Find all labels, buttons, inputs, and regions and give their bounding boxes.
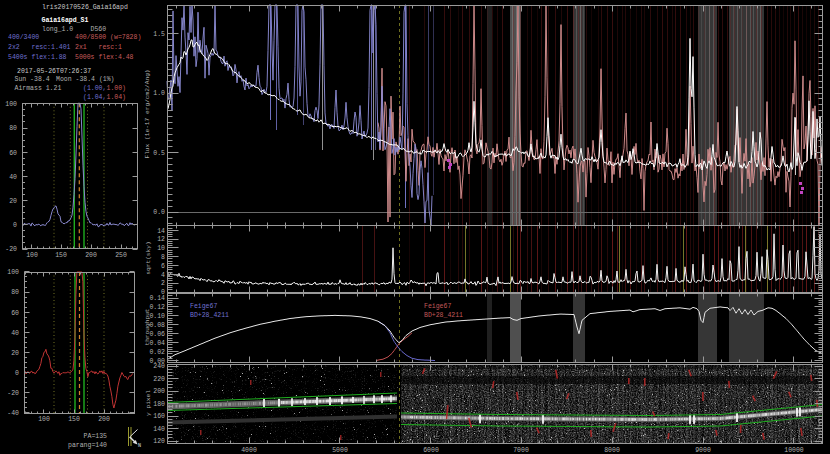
svg-text:4000: 4000 bbox=[241, 447, 257, 454]
svg-text:throughput: throughput bbox=[144, 308, 151, 345]
svg-text:0.14: 0.14 bbox=[149, 295, 165, 302]
svg-text:10000: 10000 bbox=[784, 447, 804, 454]
svg-text:100: 100 bbox=[38, 416, 50, 423]
svg-text:200: 200 bbox=[85, 252, 97, 259]
svg-text:220: 220 bbox=[153, 376, 165, 383]
svg-text:long_1.0: long_1.0 bbox=[42, 26, 73, 33]
svg-text:2x2: 2x2 bbox=[8, 44, 20, 51]
svg-text:6: 6 bbox=[161, 263, 165, 270]
svg-text:0.02: 0.02 bbox=[149, 349, 165, 356]
svg-text:400/3400: 400/3400 bbox=[8, 34, 39, 41]
svg-text:200: 200 bbox=[98, 416, 110, 423]
svg-text:Sun -38.4: Sun -38.4 bbox=[15, 76, 50, 83]
svg-text:60: 60 bbox=[9, 150, 17, 157]
svg-text:5000: 5000 bbox=[332, 447, 348, 454]
svg-text:80: 80 bbox=[11, 289, 19, 296]
svg-text:2017-05-26T07:26:37: 2017-05-26T07:26:37 bbox=[17, 68, 91, 75]
svg-text:100: 100 bbox=[7, 269, 19, 276]
svg-text:PA=135: PA=135 bbox=[84, 433, 108, 440]
svg-text:4: 4 bbox=[161, 272, 165, 279]
svg-text:0.10: 0.10 bbox=[149, 313, 165, 320]
svg-text:Airmass 1.21: Airmass 1.21 bbox=[15, 85, 62, 92]
svg-text:-40: -40 bbox=[7, 410, 19, 417]
svg-text:60: 60 bbox=[11, 310, 19, 317]
svg-text:y pixel: y pixel bbox=[145, 390, 152, 416]
svg-text:80: 80 bbox=[9, 125, 17, 132]
svg-text:40: 40 bbox=[9, 174, 17, 181]
svg-text:BD+28_4211: BD+28_4211 bbox=[424, 312, 463, 319]
svg-text:1.04): 1.04) bbox=[107, 94, 127, 101]
svg-text:140: 140 bbox=[153, 426, 165, 433]
svg-text:160: 160 bbox=[153, 413, 165, 420]
svg-text:D560: D560 bbox=[91, 26, 107, 33]
svg-text:1.0: 1.0 bbox=[153, 90, 165, 97]
svg-text:0.04: 0.04 bbox=[149, 340, 165, 347]
svg-text:0.06: 0.06 bbox=[149, 331, 165, 338]
svg-text:100: 100 bbox=[5, 101, 17, 108]
svg-text:BD+28_4211: BD+28_4211 bbox=[190, 312, 229, 319]
svg-text:12: 12 bbox=[157, 236, 165, 243]
svg-text:(1.04,: (1.04, bbox=[83, 94, 106, 101]
svg-text:lris20170526_Gaia16apd: lris20170526_Gaia16apd bbox=[42, 4, 128, 11]
svg-text:20: 20 bbox=[11, 350, 19, 357]
svg-text:6000: 6000 bbox=[423, 447, 439, 454]
svg-text:1.5: 1.5 bbox=[153, 31, 165, 38]
svg-text:10: 10 bbox=[157, 245, 165, 252]
svg-text:resc:1: resc:1 bbox=[99, 44, 123, 51]
svg-text:150: 150 bbox=[55, 252, 67, 259]
svg-text:240: 240 bbox=[153, 363, 165, 370]
svg-text:1.00): 1.00) bbox=[107, 85, 127, 92]
svg-text:200: 200 bbox=[153, 388, 165, 395]
svg-text:250: 250 bbox=[115, 252, 127, 259]
svg-text:0: 0 bbox=[15, 370, 19, 377]
svg-text:150: 150 bbox=[68, 416, 80, 423]
svg-text:2x1: 2x1 bbox=[75, 44, 87, 51]
svg-text:Feige67: Feige67 bbox=[424, 303, 451, 310]
svg-text:180: 180 bbox=[153, 401, 165, 408]
svg-text:20: 20 bbox=[9, 198, 17, 205]
svg-text:5400s flex:1.88: 5400s flex:1.88 bbox=[8, 54, 67, 61]
svg-text:14: 14 bbox=[157, 228, 165, 235]
svg-text:9000: 9000 bbox=[695, 447, 711, 454]
svg-text:(1.00,: (1.00, bbox=[83, 85, 106, 92]
svg-text:Feige67: Feige67 bbox=[190, 303, 217, 310]
svg-text:N: N bbox=[138, 443, 141, 449]
svg-text:8000: 8000 bbox=[604, 447, 620, 454]
svg-text:parang=140: parang=140 bbox=[68, 442, 107, 449]
svg-text:40: 40 bbox=[11, 330, 19, 337]
svg-text:-20: -20 bbox=[7, 390, 19, 397]
svg-text:Flux (1e-17 erg/cm2/Ang): Flux (1e-17 erg/cm2/Ang) bbox=[144, 69, 151, 158]
svg-text:0.12: 0.12 bbox=[149, 304, 165, 311]
svg-text:0.08: 0.08 bbox=[149, 322, 165, 329]
svg-text:8: 8 bbox=[161, 254, 165, 261]
svg-text:sqrt(sky): sqrt(sky) bbox=[145, 241, 152, 274]
svg-text:0: 0 bbox=[13, 222, 17, 229]
svg-text:400/8500 (w=7828): 400/8500 (w=7828) bbox=[75, 34, 141, 41]
svg-text:Moon -38.4 (1%): Moon -38.4 (1%) bbox=[56, 76, 115, 83]
svg-text:100: 100 bbox=[26, 252, 38, 259]
svg-text:Gaia16apd_S1: Gaia16apd_S1 bbox=[42, 17, 89, 24]
svg-text:7000: 7000 bbox=[513, 447, 529, 454]
svg-text:resc:1.401: resc:1.401 bbox=[32, 44, 71, 51]
svg-text:-20: -20 bbox=[5, 246, 17, 253]
svg-text:5000s flex:4.48: 5000s flex:4.48 bbox=[75, 54, 134, 61]
svg-text:2: 2 bbox=[161, 280, 165, 287]
svg-text:0.0: 0.0 bbox=[153, 209, 165, 216]
svg-text:0.5: 0.5 bbox=[153, 150, 165, 157]
svg-text:120: 120 bbox=[153, 438, 165, 445]
